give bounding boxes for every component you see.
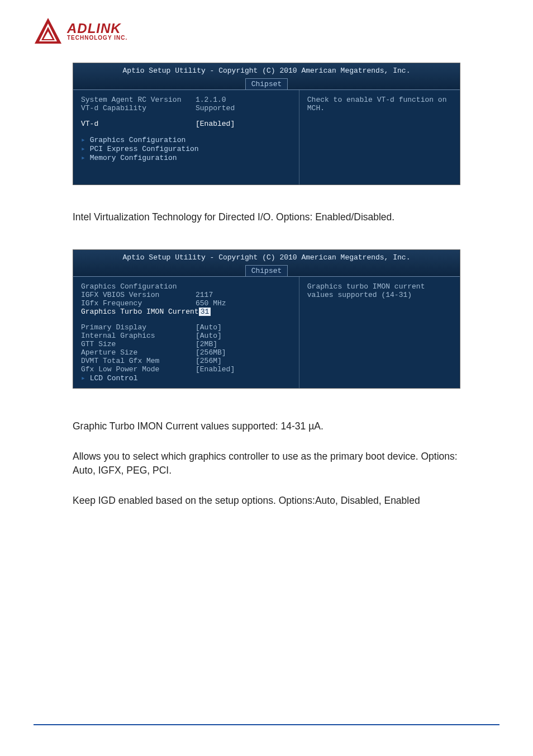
bios2-r6-value: [2MB] <box>196 340 291 348</box>
bios2-submenu-lcd: LCD Control <box>81 374 291 382</box>
bios1-submenu-pcie: PCI Express Configuration <box>81 144 291 153</box>
bios-screenshot-2: Aptio Setup Utility - Copyright (C) 2010… <box>73 249 460 389</box>
bios1-r2-label: VT-d Capability <box>81 104 196 112</box>
bios2-r7-label: Aperture Size <box>81 348 196 357</box>
bios2-r5-label: Internal Graphics <box>81 332 196 340</box>
bios2-tab: Chipset <box>245 265 288 276</box>
bios2-title: Aptio Setup Utility - Copyright (C) 2010… <box>73 253 460 264</box>
bios1-r3-value: [Enabled] <box>196 120 291 128</box>
para-vtd: Intel Virtualization Technology for Dire… <box>73 210 460 224</box>
bios2-r7-value: [256MB] <box>196 348 291 357</box>
bios2-r1-label: IGFX VBIOS Version <box>81 291 196 299</box>
logo-icon <box>34 17 63 46</box>
bios2-r2-value: 650 MHz <box>196 299 291 308</box>
bios1-tab: Chipset <box>245 78 288 89</box>
bios2-r6-label: GTT Size <box>81 340 196 348</box>
bios1-r1-value: 1.2.1.0 <box>196 96 291 104</box>
bios-screenshot-1: Aptio Setup Utility - Copyright (C) 2010… <box>73 63 460 185</box>
footer-divider <box>34 724 499 725</box>
logo-brand-text: ADLINK <box>67 22 127 35</box>
bios1-submenu-memory: Memory Configuration <box>81 153 291 162</box>
bios1-r3-label: VT-d <box>81 120 196 128</box>
bios2-r5-value: [Auto] <box>196 332 291 340</box>
bios2-help: Graphics turbo IMON current values suppo… <box>299 277 460 388</box>
bios2-r9-label: Gfx Low Power Mode <box>81 365 196 374</box>
bios2-r3-value: 31 <box>199 308 211 316</box>
bios2-r4-label: Primary Display <box>81 323 196 332</box>
bios1-title: Aptio Setup Utility - Copyright (C) 2010… <box>73 67 460 77</box>
logo: ADLINK TECHNOLOGY INC. <box>34 17 499 46</box>
bios2-r8-value: [256M] <box>196 357 291 365</box>
bios2-r9-value: [Enabled] <box>196 365 291 374</box>
bios2-r4-value: [Auto] <box>196 323 291 332</box>
bios2-r8-label: DVMT Total Gfx Mem <box>81 357 196 365</box>
logo-sub-text: TECHNOLOGY INC. <box>67 35 127 41</box>
bios1-submenu-graphics: Graphics Configuration <box>81 135 291 144</box>
bios1-help: Check to enable VT-d function on MCH. <box>299 90 460 185</box>
bios2-header: Graphics Configuration <box>81 282 196 291</box>
para-imon: Graphic Turbo IMON Current values suppor… <box>73 419 460 433</box>
bios2-r2-label: IGfx Frequency <box>81 299 196 308</box>
bios1-r1-label: System Agent RC Version <box>81 96 196 104</box>
bios2-r3-label: Graphics Turbo IMON Current <box>81 308 199 316</box>
bios2-r1-value: 2117 <box>196 291 291 299</box>
bios1-r2-value: Supported <box>196 104 291 112</box>
para-igd: Keep IGD enabled based on the setup opti… <box>73 494 460 508</box>
para-primary-display: Allows you to select which graphics cont… <box>73 450 460 477</box>
